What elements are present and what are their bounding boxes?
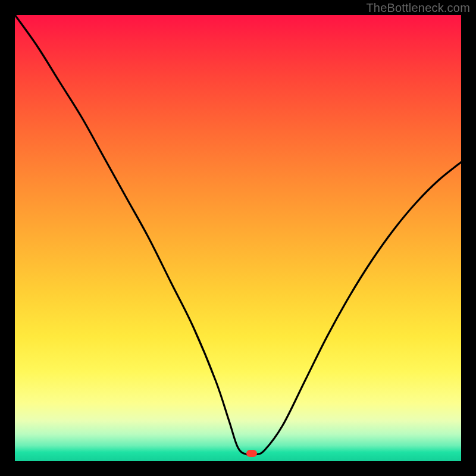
- plot-area: [15, 15, 461, 461]
- bottleneck-curve: [15, 15, 461, 461]
- figure-frame: TheBottleneck.com: [0, 0, 476, 476]
- optimum-marker: [246, 450, 257, 457]
- curve-path: [15, 15, 461, 455]
- watermark-text: TheBottleneck.com: [366, 1, 470, 15]
